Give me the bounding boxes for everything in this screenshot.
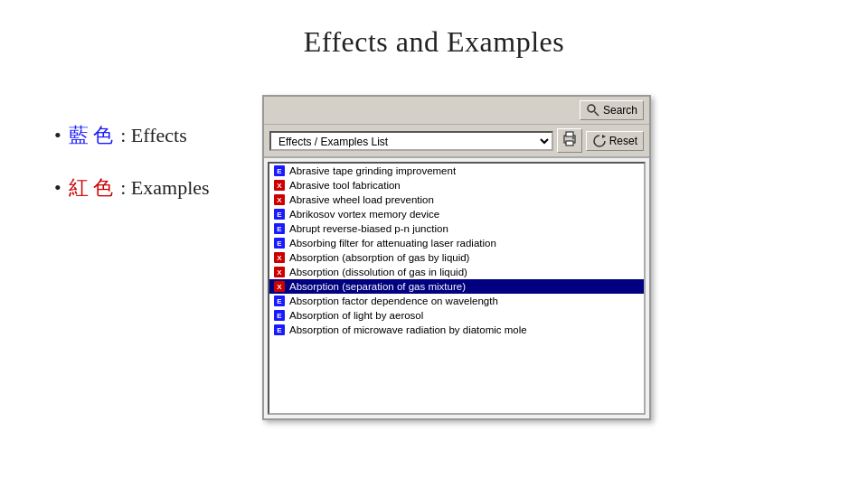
list-item-text: Abrasive wheel load prevention [289, 194, 434, 205]
bullet-points: • 藍 色 : Effects • 紅 色 : Examples [54, 95, 235, 202]
dropdown-row: Effects / Examples List Reset [264, 125, 649, 158]
list-item[interactable]: EAbrikosov vortex memory device [269, 207, 644, 221]
list-item-text: Abrasive tape grinding improvement [289, 165, 456, 176]
bullet-item-effects: • 藍 色 : Effects [54, 122, 235, 149]
list-item-text: Abrikosov vortex memory device [289, 209, 439, 220]
list-item[interactable]: XAbsorption (separation of gas mixture) [269, 279, 644, 294]
bullet-item-examples: • 紅 色 : Examples [54, 174, 235, 202]
list-item-text: Absorption (absorption of gas by liquid) [289, 252, 469, 263]
list-item[interactable]: EAbsorption of microwave radiation by di… [269, 323, 644, 337]
category-dropdown[interactable]: Effects / Examples List [269, 131, 553, 151]
reset-icon [592, 134, 607, 148]
list-item[interactable]: EAbrasive tape grinding improvement [269, 164, 644, 178]
effects-colon: : Effects [120, 124, 187, 147]
chinese-blue-label: 藍 色 [69, 122, 114, 149]
list-items-container: EAbrasive tape grinding improvementXAbra… [269, 164, 644, 337]
bullet-dot: • [54, 124, 61, 147]
list-item-text: Absorption factor dependence on waveleng… [289, 296, 498, 306]
red-item-icon: X [273, 266, 286, 278]
bullet-dot-2: • [54, 176, 61, 200]
search-icon [586, 103, 600, 117]
blue-item-icon: E [273, 324, 286, 336]
list-item-text: Absorbing filter for attenuating laser r… [289, 238, 496, 249]
red-item-icon: X [273, 280, 286, 293]
list-container[interactable]: EAbrasive tape grinding improvementXAbra… [268, 162, 646, 415]
content-area: • 藍 色 : Effects • 紅 色 : Examples Search … [0, 77, 868, 420]
list-item[interactable]: XAbsorption (absorption of gas by liquid… [269, 250, 644, 265]
page-title: Effects and Examples [0, 0, 868, 77]
list-item-text: Absorption (dissolution of gas in liquid… [289, 267, 467, 277]
blue-item-icon: E [273, 208, 286, 221]
list-item[interactable]: EAbsorption of light by aerosol [269, 308, 644, 323]
list-item-text: Absorption (separation of gas mixture) [289, 281, 466, 292]
list-item-text: Abrasive tool fabrication [289, 180, 401, 191]
svg-marker-6 [602, 135, 606, 138]
svg-point-5 [572, 137, 574, 139]
red-item-icon: X [273, 179, 286, 192]
red-item-icon: X [273, 193, 286, 206]
list-item-text: Absorption of light by aerosol [289, 310, 423, 321]
printer-icon [561, 131, 578, 147]
list-item[interactable]: EAbrupt reverse-biased p-n junction [269, 221, 644, 236]
blue-item-icon: E [273, 237, 286, 249]
svg-rect-4 [566, 141, 573, 145]
chinese-red-label: 紅 色 [69, 174, 114, 202]
app-panel: Search Effects / Examples List [262, 95, 651, 420]
list-item[interactable]: EAbsorption factor dependence on wavelen… [269, 294, 644, 308]
reset-label: Reset [609, 135, 637, 147]
print-button[interactable] [557, 128, 582, 153]
list-item[interactable]: EAbsorbing filter for attenuating laser … [269, 236, 644, 250]
list-item[interactable]: XAbrasive wheel load prevention [269, 192, 644, 207]
search-button[interactable]: Search [580, 100, 644, 120]
blue-item-icon: E [273, 295, 286, 307]
reset-button[interactable]: Reset [586, 131, 644, 151]
list-item-text: Abrupt reverse-biased p-n junction [289, 223, 448, 234]
list-item[interactable]: XAbrasive tool fabrication [269, 178, 644, 192]
search-label: Search [603, 104, 637, 117]
svg-rect-3 [566, 132, 573, 136]
toolbar-row: Search [264, 97, 649, 125]
examples-colon: : Examples [120, 176, 209, 200]
red-item-icon: X [273, 251, 286, 264]
blue-item-icon: E [273, 309, 286, 322]
list-item-text: Absorption of microwave radiation by dia… [289, 324, 527, 335]
blue-item-icon: E [273, 164, 286, 177]
list-item[interactable]: XAbsorption (dissolution of gas in liqui… [269, 265, 644, 279]
svg-line-1 [594, 112, 599, 117]
blue-item-icon: E [273, 222, 286, 235]
svg-point-0 [588, 105, 595, 112]
